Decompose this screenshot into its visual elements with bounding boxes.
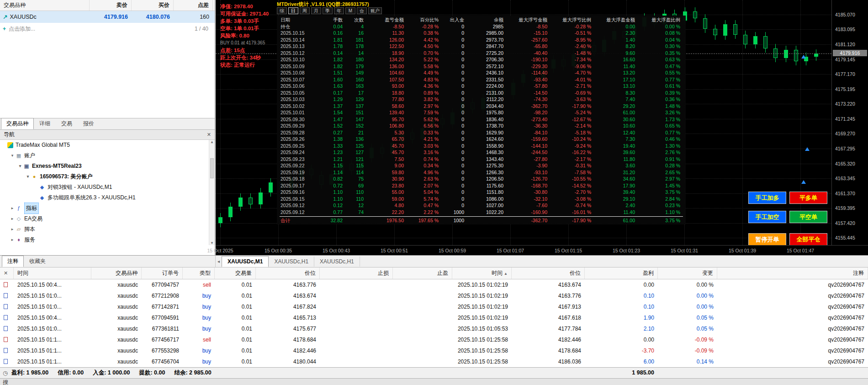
close-toolbox-icon[interactable]: ✕ [0,267,14,279]
trade-button-手工加空[interactable]: 手工加空 [748,211,786,223]
history-row-4[interactable]: 2025.10.15 01:0...xauusdc677361811buy0.0… [0,323,868,334]
toolbox-column-header-3[interactable]: 类型 [183,267,215,279]
trade-button-手工加多[interactable]: 手工加多 [748,192,786,204]
toolbox-column-header-10[interactable]: 盈利 [585,267,658,279]
deal-stop-loss [320,290,393,301]
panel-tab-1[interactable]: 收藏夹 [24,256,51,267]
scrollbar-thumb[interactable] [210,158,214,178]
navigator-item-0[interactable]: TradeMax Global MT5 [0,140,209,150]
chart-window[interactable]: 净值: 2978.40可用保证金: 2971.40多单: 3单 0.03手空单:… [216,0,868,255]
chart-plot-area[interactable]: 净值: 2978.40可用保证金: 2971.40多单: 3单 0.03手空单:… [216,0,831,245]
expand-icon[interactable]: ▸ [10,224,15,235]
add-symbol-row[interactable]: +点击添加... 1 / 40 [0,23,215,35]
column-header-ask[interactable]: 买价 [132,0,174,11]
trade-button-平空单[interactable]: 平空单 [789,211,827,223]
ea-status-line-8: 状态: 正常运行 [220,61,269,69]
chart-tab-2[interactable]: XAUUSDc,H1 [314,257,360,267]
navigator-item-9[interactable]: ▸♦服务 [0,235,209,245]
history-row-2[interactable]: 2025.10.15 01:0...xauusdc677142871buy0.0… [0,301,868,312]
toolbox-column-header-4[interactable]: 交易量 [215,267,256,279]
candle-body [753,36,757,44]
taskbar-search-label[interactable]: 搜 [3,379,8,385]
deal-profit: 0.10 [585,290,658,301]
chart-tab-0[interactable]: XAUUSDc,M1 [222,256,269,267]
collapse-icon[interactable]: ▾ [10,150,15,161]
period-button-综[interactable]: 综 [277,7,287,14]
toolbox-column-header-7[interactable]: 止盈 [393,267,452,279]
price-scale[interactable]: 4185.0704183.0954181.1204179.1454177.170… [831,0,868,245]
deal-symbol: xauusdc [91,301,142,312]
navigator-item-6[interactable]: ▸ƒ指标 [0,203,209,214]
navigator-scrollbar[interactable]: ▲ ▼ [209,140,215,245]
collapse-icon[interactable]: ▾ [17,161,23,171]
toolbox-column-header-11[interactable]: 变更 [658,267,717,279]
collapse-icon[interactable]: ▾ [25,171,31,182]
history-row-1[interactable]: 2025.10.15 01:0...xauusdc677212908buy0.0… [0,290,868,301]
market-watch-tab-1[interactable]: 详细 [34,118,56,129]
close-navigator-icon[interactable]: ✕ [207,130,211,139]
toolbox-column-header-12[interactable]: 注释 [717,267,868,279]
history-row-6[interactable]: 2025.10.15 01:1...xauusdc677553298buy0.0… [0,345,868,356]
navigator-item-1[interactable]: ▾▦账户 [0,150,209,161]
period-button-账户[interactable]: 账户 [368,7,382,14]
deal-price-open: 4167.824 [256,301,320,312]
expand-icon[interactable]: ▸ [10,235,15,245]
chart-tab-1[interactable]: XAUUSDc,H1 [269,257,314,267]
market-watch-tab-0[interactable]: 交易品种 [1,118,34,129]
trade-button-平多单[interactable]: 平多单 [789,192,827,204]
stats-cell: 7.40 [594,96,638,103]
expand-icon[interactable]: ▸ [10,214,15,224]
toolbox-header: ✕时间交易品种订单号类型交易量价位止损止盈时间▲价位盈利变更注释 [0,267,868,279]
navigator-item-2[interactable]: ▾▣Exness-MT5Real23 [0,161,209,171]
market-watch-tab-2[interactable]: 交易 [56,118,78,129]
toolbox-column-header-1[interactable]: 交易品种 [91,267,142,279]
toolbox-column-header-8[interactable]: 时间▲ [452,267,512,279]
column-header-spread[interactable]: 点差 [174,0,213,11]
stats-cell: 0 [441,169,467,176]
panel-tab-0[interactable]: 注释 [2,256,24,267]
expand-icon[interactable]: ▸ [10,203,15,214]
toolbox-column-header-2[interactable]: 订单号 [142,267,183,279]
trade-button-暂停开单[interactable]: 暂停开单 [748,233,786,245]
column-header-symbol[interactable]: 交易品种 [0,0,90,11]
period-button-合[interactable]: 合 [357,7,367,14]
history-row-5[interactable]: 2025.10.15 01:1...xauusdc677456717sell0.… [0,334,868,345]
history-row-3[interactable]: 2025.10.15 00:4...xauusdc677094591buy0.0… [0,312,868,323]
taskbar-sliver[interactable]: 搜 [0,378,868,385]
history-row-7[interactable]: 2025.10.15 01:1...xauusdc677456704buy0.0… [0,356,868,367]
toolbox-column-header-0[interactable]: 时间 [14,267,91,279]
tab-scroll-left-icon[interactable]: ◂ [217,259,220,264]
toolbox-column-header-5[interactable]: 价位 [256,267,320,279]
market-watch-tab-3[interactable]: 报价 [78,118,100,129]
stats-row-25: 2025.09.161.1011055.005.04 %01151.80-30.… [280,189,683,196]
deal-order-number: 677456717 [142,334,183,345]
navigator-item-3[interactable]: ▾●165096573: 美分账户 [0,171,209,182]
candle-body [249,198,253,204]
period-button-日[interactable]: 日 [288,7,298,14]
scroll-down-icon[interactable]: ▼ [209,241,215,245]
navigator-item-4[interactable]: ◆对锁3按钮 - XAUUSDc,M1 [0,182,209,192]
history-row-0[interactable]: 2025.10.15 00:4...xauusdc677094757sell0.… [0,279,868,290]
market-watch-row[interactable]: ↗XAUUSDc4179.9164180.076160 [0,11,215,23]
period-button-M[interactable]: M [345,7,355,14]
column-header-bid[interactable]: 卖价 [90,0,132,11]
navigator-item-8[interactable]: ▸▱脚本 [0,224,209,235]
add-symbol-icon[interactable]: + [3,26,6,32]
period-button-季[interactable]: 季 [323,7,333,14]
stats-cell: -74.30 [506,96,550,103]
time-axis[interactable]: 15 Oct 202515 Oct 00:3515 Oct 00:4315 Oc… [216,245,868,255]
period-button-月[interactable]: 月 [311,7,321,14]
scroll-up-icon[interactable]: ▲ [210,140,214,144]
navigator-item-7[interactable]: ▸◇EA交易 [0,214,209,224]
navigator-item-5[interactable]: ◆多功能跟单系统26.3 - XAUUSDc,H1 [0,192,209,203]
period-button-周[interactable]: 周 [300,7,310,14]
stats-row-12: 2025.10.021.3713758.602.97 %02034.40-362… [280,103,683,110]
stats-cell: 4.80 [366,202,407,209]
trade-button-全部平仓[interactable]: 全部平仓 [789,233,827,245]
stats-row-24: 2025.09.170.726923.802.07 %01175.60-168.… [280,182,683,189]
ea-status-line-6: 点差: 15点 [220,47,269,54]
stats-header-cell: 日期 [280,16,322,23]
toolbox-column-header-9[interactable]: 价位 [512,267,585,279]
period-button-年[interactable]: 年 [334,7,344,14]
toolbox-column-header-6[interactable]: 止损 [320,267,393,279]
